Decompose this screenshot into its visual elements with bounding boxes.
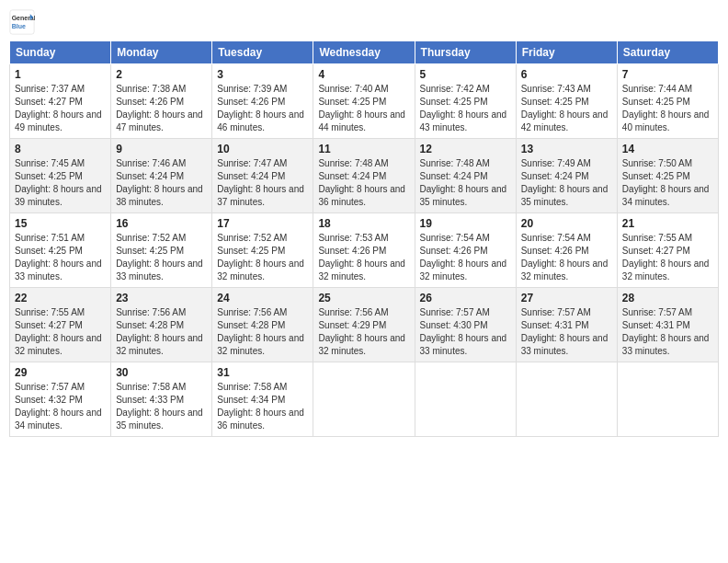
weekday-header-cell: Friday (516, 41, 617, 64)
calendar-day-cell: 26 Sunrise: 7:57 AM Sunset: 4:30 PM Dayl… (415, 288, 516, 362)
day-number: 3 (217, 68, 308, 81)
day-number: 2 (116, 68, 207, 81)
day-number: 21 (622, 217, 713, 230)
day-info: Sunrise: 7:50 AM Sunset: 4:25 PM Dayligh… (622, 157, 713, 209)
day-number: 18 (318, 217, 409, 230)
calendar-day-cell: 20 Sunrise: 7:54 AM Sunset: 4:26 PM Dayl… (516, 213, 617, 288)
day-info: Sunrise: 7:55 AM Sunset: 4:27 PM Dayligh… (15, 306, 106, 358)
day-number: 24 (217, 292, 308, 304)
day-number: 29 (15, 366, 106, 379)
day-info: Sunrise: 7:38 AM Sunset: 4:26 PM Dayligh… (116, 83, 207, 134)
calendar-day-cell: 21 Sunrise: 7:55 AM Sunset: 4:27 PM Dayl… (617, 213, 718, 288)
day-info: Sunrise: 7:54 AM Sunset: 4:26 PM Dayligh… (521, 232, 612, 283)
calendar-day-cell: 3 Sunrise: 7:39 AM Sunset: 4:26 PM Dayli… (212, 64, 313, 139)
day-number: 13 (521, 143, 612, 155)
calendar-day-cell: 15 Sunrise: 7:51 AM Sunset: 4:25 PM Dayl… (10, 213, 111, 288)
weekday-header-cell: Sunday (10, 41, 111, 64)
svg-rect-0 (10, 10, 34, 34)
day-info: Sunrise: 7:56 AM Sunset: 4:28 PM Dayligh… (116, 306, 207, 358)
day-info: Sunrise: 7:42 AM Sunset: 4:25 PM Dayligh… (420, 83, 511, 134)
weekday-header-cell: Thursday (415, 41, 516, 64)
day-number: 15 (15, 217, 106, 230)
calendar-week-row: 15 Sunrise: 7:51 AM Sunset: 4:25 PM Dayl… (10, 213, 719, 288)
calendar-day-cell: 30 Sunrise: 7:58 AM Sunset: 4:33 PM Dayl… (111, 362, 212, 437)
day-number: 1 (15, 68, 106, 81)
calendar-day-cell: 14 Sunrise: 7:50 AM Sunset: 4:25 PM Dayl… (617, 139, 718, 213)
calendar-day-cell: 8 Sunrise: 7:45 AM Sunset: 4:25 PM Dayli… (10, 139, 111, 213)
calendar-day-cell: 10 Sunrise: 7:47 AM Sunset: 4:24 PM Dayl… (212, 139, 313, 213)
calendar: SundayMondayTuesdayWednesdayThursdayFrid… (9, 40, 719, 437)
day-number: 9 (116, 143, 207, 155)
day-info: Sunrise: 7:52 AM Sunset: 4:25 PM Dayligh… (217, 232, 308, 283)
weekday-header-cell: Tuesday (212, 41, 313, 64)
day-number: 4 (318, 68, 409, 81)
calendar-day-cell: 28 Sunrise: 7:57 AM Sunset: 4:31 PM Dayl… (617, 288, 718, 362)
calendar-day-cell: 4 Sunrise: 7:40 AM Sunset: 4:25 PM Dayli… (313, 64, 415, 139)
day-number: 11 (318, 143, 409, 155)
day-number: 30 (116, 366, 207, 379)
day-info: Sunrise: 7:57 AM Sunset: 4:30 PM Dayligh… (420, 306, 511, 358)
day-info: Sunrise: 7:45 AM Sunset: 4:25 PM Dayligh… (15, 157, 106, 209)
weekday-header-cell: Wednesday (313, 41, 415, 64)
calendar-day-cell (415, 362, 516, 437)
calendar-day-cell: 23 Sunrise: 7:56 AM Sunset: 4:28 PM Dayl… (111, 288, 212, 362)
day-number: 23 (116, 292, 207, 304)
logo-icon: General Blue (9, 9, 35, 35)
day-number: 20 (521, 217, 612, 230)
day-number: 14 (622, 143, 713, 155)
calendar-day-cell: 2 Sunrise: 7:38 AM Sunset: 4:26 PM Dayli… (111, 64, 212, 139)
day-info: Sunrise: 7:51 AM Sunset: 4:25 PM Dayligh… (15, 232, 106, 283)
calendar-day-cell: 17 Sunrise: 7:52 AM Sunset: 4:25 PM Dayl… (212, 213, 313, 288)
day-number: 10 (217, 143, 308, 155)
day-info: Sunrise: 7:52 AM Sunset: 4:25 PM Dayligh… (116, 232, 207, 283)
calendar-day-cell: 29 Sunrise: 7:57 AM Sunset: 4:32 PM Dayl… (10, 362, 111, 437)
calendar-day-cell: 25 Sunrise: 7:56 AM Sunset: 4:29 PM Dayl… (313, 288, 415, 362)
calendar-body: 1 Sunrise: 7:37 AM Sunset: 4:27 PM Dayli… (10, 64, 719, 437)
day-info: Sunrise: 7:48 AM Sunset: 4:24 PM Dayligh… (318, 157, 409, 209)
calendar-week-row: 29 Sunrise: 7:57 AM Sunset: 4:32 PM Dayl… (10, 362, 719, 437)
day-info: Sunrise: 7:44 AM Sunset: 4:25 PM Dayligh… (622, 83, 713, 134)
weekday-header-cell: Saturday (617, 41, 718, 64)
calendar-day-cell: 12 Sunrise: 7:48 AM Sunset: 4:24 PM Dayl… (415, 139, 516, 213)
day-number: 19 (420, 217, 511, 230)
calendar-week-row: 22 Sunrise: 7:55 AM Sunset: 4:27 PM Dayl… (10, 288, 719, 362)
day-number: 12 (420, 143, 511, 155)
day-info: Sunrise: 7:37 AM Sunset: 4:27 PM Dayligh… (15, 83, 106, 134)
day-info: Sunrise: 7:56 AM Sunset: 4:29 PM Dayligh… (318, 306, 409, 358)
calendar-day-cell: 7 Sunrise: 7:44 AM Sunset: 4:25 PM Dayli… (617, 64, 718, 139)
header: General Blue (9, 9, 719, 35)
day-info: Sunrise: 7:43 AM Sunset: 4:25 PM Dayligh… (521, 83, 612, 134)
calendar-day-cell: 18 Sunrise: 7:53 AM Sunset: 4:26 PM Dayl… (313, 213, 415, 288)
day-number: 17 (217, 217, 308, 230)
calendar-day-cell (313, 362, 415, 437)
day-number: 16 (116, 217, 207, 230)
day-info: Sunrise: 7:40 AM Sunset: 4:25 PM Dayligh… (318, 83, 409, 134)
day-info: Sunrise: 7:47 AM Sunset: 4:24 PM Dayligh… (217, 157, 308, 209)
day-info: Sunrise: 7:56 AM Sunset: 4:28 PM Dayligh… (217, 306, 308, 358)
calendar-day-cell: 27 Sunrise: 7:57 AM Sunset: 4:31 PM Dayl… (516, 288, 617, 362)
logo: General Blue (9, 9, 39, 35)
calendar-day-cell: 22 Sunrise: 7:55 AM Sunset: 4:27 PM Dayl… (10, 288, 111, 362)
calendar-day-cell: 31 Sunrise: 7:58 AM Sunset: 4:34 PM Dayl… (212, 362, 313, 437)
day-number: 7 (622, 68, 713, 81)
day-info: Sunrise: 7:57 AM Sunset: 4:31 PM Dayligh… (622, 306, 713, 358)
calendar-day-cell: 6 Sunrise: 7:43 AM Sunset: 4:25 PM Dayli… (516, 64, 617, 139)
calendar-day-cell: 19 Sunrise: 7:54 AM Sunset: 4:26 PM Dayl… (415, 213, 516, 288)
day-number: 22 (15, 292, 106, 304)
day-info: Sunrise: 7:55 AM Sunset: 4:27 PM Dayligh… (622, 232, 713, 283)
day-number: 28 (622, 292, 713, 304)
calendar-week-row: 8 Sunrise: 7:45 AM Sunset: 4:25 PM Dayli… (10, 139, 719, 213)
svg-text:Blue: Blue (12, 23, 26, 29)
calendar-day-cell: 24 Sunrise: 7:56 AM Sunset: 4:28 PM Dayl… (212, 288, 313, 362)
calendar-day-cell (617, 362, 718, 437)
calendar-week-row: 1 Sunrise: 7:37 AM Sunset: 4:27 PM Dayli… (10, 64, 719, 139)
calendar-day-cell: 9 Sunrise: 7:46 AM Sunset: 4:24 PM Dayli… (111, 139, 212, 213)
day-info: Sunrise: 7:57 AM Sunset: 4:32 PM Dayligh… (15, 381, 106, 432)
calendar-day-cell: 11 Sunrise: 7:48 AM Sunset: 4:24 PM Dayl… (313, 139, 415, 213)
calendar-day-cell: 16 Sunrise: 7:52 AM Sunset: 4:25 PM Dayl… (111, 213, 212, 288)
day-number: 27 (521, 292, 612, 304)
calendar-day-cell: 1 Sunrise: 7:37 AM Sunset: 4:27 PM Dayli… (10, 64, 111, 139)
calendar-day-cell (516, 362, 617, 437)
day-number: 6 (521, 68, 612, 81)
calendar-day-cell: 5 Sunrise: 7:42 AM Sunset: 4:25 PM Dayli… (415, 64, 516, 139)
